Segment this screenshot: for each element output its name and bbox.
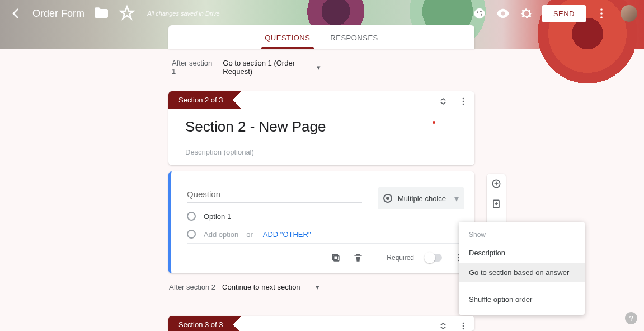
required-label: Required [387,254,414,262]
chevron-down-icon: ▾ [454,193,459,204]
section-header-actions [438,320,469,331]
page-root: Order Form All changes saved in Drive SE… [0,0,644,331]
add-option-label[interactable]: Add option [204,230,238,239]
option-label[interactable]: Option 1 [204,212,231,221]
import-question-icon[interactable] [491,198,502,209]
question-type-label: Multiple choice [398,194,446,203]
after-section-2-label: After section 2 [169,283,215,291]
more-vert-icon[interactable] [594,6,609,21]
menu-header: Show [459,227,585,243]
unsaved-dot-icon [433,121,435,124]
folder-icon[interactable] [92,4,110,22]
svg-point-21 [463,328,464,330]
section-header-actions [438,96,469,107]
add-option-row[interactable]: Add option or ADD "OTHER" [187,230,311,239]
svg-point-2 [480,11,482,12]
svg-point-20 [463,325,464,327]
svg-point-4 [600,8,603,11]
svg-point-8 [463,101,464,102]
or-text: or [246,230,253,239]
after-section-2-select[interactable]: After section 2 Continue to next section… [169,283,319,291]
duplicate-icon[interactable] [330,252,341,263]
add-question-icon[interactable] [491,178,502,189]
save-status: All changes saved in Drive [147,10,220,17]
svg-point-0 [474,8,485,19]
svg-point-7 [463,98,464,100]
add-other-button[interactable]: ADD "OTHER" [263,230,311,239]
form-title[interactable]: Order Form [32,8,84,20]
after-section-1-label: After section 1 [172,59,216,76]
menu-item-description[interactable]: Description [459,243,585,263]
option-row[interactable]: Option 1 [187,212,231,221]
menu-item-goto-section[interactable]: Go to section based on answer [459,263,585,282]
header-left: Order Form All changes saved in Drive [7,0,220,27]
section-description-input[interactable]: Description (optional) [185,148,459,156]
app-header: Order Form All changes saved in Drive SE… [0,0,644,49]
send-button[interactable]: SEND [542,5,586,22]
section-2-ribbon: Section 2 of 3 [168,91,233,109]
tab-strip: QUESTIONS RESPONSES [168,25,474,49]
divider [375,251,375,264]
after-section-1-select[interactable]: After section 1 Go to section 1 (Order R… [172,59,322,76]
question-type-select[interactable]: Multiple choice ▾ [378,187,464,209]
more-vert-icon[interactable] [458,96,469,107]
svg-point-9 [463,104,464,105]
preview-eye-icon[interactable] [495,6,511,21]
required-toggle[interactable] [425,254,442,262]
question-row: Multiple choice ▾ [187,187,464,209]
tab-responses[interactable]: RESPONSES [320,34,388,49]
palette-icon[interactable] [472,6,487,21]
settings-gear-icon[interactable] [519,6,534,21]
svg-rect-10 [334,255,339,260]
radio-icon [383,194,392,203]
after-section-2-value: Continue to next section [222,283,300,291]
more-vert-icon[interactable] [458,320,469,331]
tab-questions[interactable]: QUESTIONS [255,34,320,49]
menu-item-shuffle[interactable]: Shuffle option order [459,290,585,309]
menu-separator [459,286,585,286]
svg-point-3 [481,14,482,16]
chevron-down-icon: ▾ [316,283,319,291]
help-icon[interactable]: ? [625,312,637,324]
radio-icon [187,230,196,239]
svg-point-1 [477,11,478,13]
svg-point-5 [600,12,603,15]
back-arrow-icon[interactable] [7,4,25,22]
collapse-icon[interactable] [438,96,449,107]
question-text-input[interactable] [187,187,362,203]
drag-handle-icon[interactable]: ⋮⋮⋮ [313,175,333,181]
user-avatar[interactable] [621,5,637,22]
question-footer: Required [187,243,464,268]
header-right: SEND [472,0,637,27]
collapse-icon[interactable] [438,320,449,331]
delete-trash-icon[interactable] [352,252,364,263]
svg-point-6 [600,16,603,18]
star-icon[interactable] [118,4,136,22]
after-section-1-value: Go to section 1 (Order Request) [223,59,322,76]
question-card[interactable]: ⋮⋮⋮ Multiple choice ▾ Option 1 Add optio… [168,171,474,273]
radio-icon [187,212,196,221]
section-3-ribbon: Section 3 of 3 [168,316,233,331]
question-options-menu: Show Description Go to section based on … [459,222,585,315]
section-title-input[interactable]: Section 2 - New Page [185,118,459,136]
svg-rect-11 [332,254,337,259]
svg-point-19 [463,323,464,324]
chevron-down-icon: ▾ [317,63,321,72]
